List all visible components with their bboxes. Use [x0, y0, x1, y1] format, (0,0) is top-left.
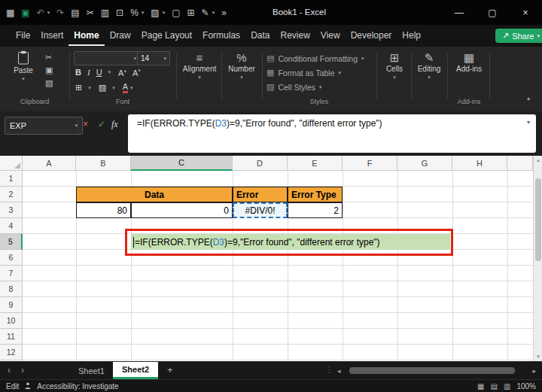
- number-button[interactable]: % Number ▾: [224, 52, 259, 81]
- tab-insert[interactable]: Insert: [35, 26, 69, 46]
- borders-chevron-icon[interactable]: ▾: [88, 85, 91, 91]
- merge-cells-icon[interactable]: ⊞: [187, 8, 195, 18]
- name-box[interactable]: EXP ▾: [5, 117, 83, 135]
- cut-icon[interactable]: ✂: [87, 8, 94, 18]
- tab-help[interactable]: Help: [397, 26, 426, 46]
- bold-button[interactable]: B: [75, 68, 81, 77]
- column-header-d[interactable]: D: [233, 156, 288, 171]
- page-layout-view-icon[interactable]: ▤: [491, 382, 498, 390]
- row-header-7[interactable]: 7: [0, 266, 23, 281]
- cell-b2-data-header[interactable]: Data: [76, 187, 233, 202]
- conditional-formatting-button[interactable]: ▤ Conditional Formatting ▾: [266, 53, 364, 63]
- share-button[interactable]: ↗ Share ▾: [495, 29, 542, 43]
- alignment-button[interactable]: ≡ Alignment ▾: [179, 52, 220, 81]
- column-header-g[interactable]: G: [397, 156, 452, 171]
- decrease-font-button[interactable]: A▾: [132, 68, 141, 77]
- enter-icon[interactable]: ✓: [98, 119, 105, 129]
- tab-formulas[interactable]: Formulas: [197, 26, 245, 46]
- horizontal-scrollbar[interactable]: ◂ ▸: [337, 366, 536, 376]
- new-document-icon[interactable]: ▢: [172, 8, 180, 18]
- expand-formula-bar-icon[interactable]: ▾: [527, 119, 530, 126]
- insert-function-icon[interactable]: fx: [111, 119, 118, 130]
- save-icon[interactable]: ▣: [21, 8, 29, 18]
- cell-b3[interactable]: 80: [76, 202, 131, 218]
- fill-color-chevron-icon[interactable]: ▾: [112, 85, 115, 91]
- percent-style-icon[interactable]: %: [130, 8, 139, 18]
- collapse-ribbon-icon[interactable]: ▴: [527, 95, 530, 102]
- sheet-tab-sheet2[interactable]: Sheet2: [113, 362, 158, 379]
- italic-button[interactable]: I: [87, 68, 90, 77]
- ribbon-options-icon[interactable]: ▦: [6, 8, 14, 18]
- column-header-a[interactable]: A: [23, 156, 76, 171]
- undo-chevron-icon[interactable]: ▾: [47, 10, 50, 16]
- cut-icon[interactable]: ✂: [45, 53, 53, 62]
- increase-font-button[interactable]: A▴: [118, 68, 126, 77]
- column-header-h[interactable]: H: [452, 156, 507, 171]
- row-header-9[interactable]: 9: [0, 297, 23, 313]
- column-header-b[interactable]: B: [76, 156, 131, 171]
- row-header-8[interactable]: 8: [0, 281, 23, 297]
- column-header-c[interactable]: C: [131, 156, 233, 171]
- font-size-combo[interactable]: 14 ▾: [137, 51, 170, 65]
- tab-page-layout[interactable]: Page Layout: [136, 26, 197, 46]
- draw-pen-icon[interactable]: ✎: [202, 8, 209, 18]
- tab-home[interactable]: Home: [69, 26, 104, 46]
- cell-e3[interactable]: 2: [288, 202, 343, 218]
- vertical-scrollbar[interactable]: ▴ ▾: [533, 156, 542, 361]
- cell-c3[interactable]: 0: [131, 202, 233, 218]
- tab-data[interactable]: Data: [245, 26, 275, 46]
- cancel-icon[interactable]: ×: [83, 119, 88, 129]
- underline-button[interactable]: U: [96, 68, 102, 77]
- undo-icon[interactable]: ↶: [37, 8, 44, 18]
- add-sheet-button[interactable]: +: [167, 364, 173, 375]
- copy-icon[interactable]: ▣: [45, 65, 53, 75]
- close-button[interactable]: ×: [509, 0, 542, 25]
- page-break-view-icon[interactable]: ▥: [504, 382, 510, 390]
- add-ins-button[interactable]: ▦ Add-ins: [452, 52, 486, 73]
- paste-button[interactable]: Paste ▾: [6, 50, 41, 82]
- sheet-tab-splitter[interactable]: ⋮: [325, 365, 333, 375]
- column-header-partial[interactable]: [507, 156, 533, 171]
- zoom-level[interactable]: 100%: [516, 382, 536, 390]
- row-header-6[interactable]: 6: [0, 250, 23, 266]
- cell-e2-error-type-header[interactable]: Error Type: [288, 187, 343, 202]
- row-header-11[interactable]: 11: [0, 329, 23, 345]
- cell-styles-button[interactable]: ▨ Cell Styles ▾: [266, 82, 322, 92]
- cell-d3-error-value[interactable]: #DIV/0!: [233, 202, 288, 218]
- fill-color-button[interactable]: ▨: [99, 83, 106, 93]
- column-header-e[interactable]: E: [288, 156, 343, 171]
- chart-icon[interactable]: ▥: [101, 8, 109, 18]
- row-header-1[interactable]: 1: [0, 171, 23, 187]
- tab-review[interactable]: Review: [275, 26, 315, 46]
- horizontal-scroll-thumb[interactable]: [349, 367, 515, 374]
- tab-draw[interactable]: Draw: [105, 26, 136, 46]
- editing-button[interactable]: ✎ Editing ▾: [414, 52, 444, 81]
- redo-icon[interactable]: ↷: [56, 8, 64, 18]
- scroll-down-icon[interactable]: ▾: [534, 352, 542, 361]
- format-painter-icon[interactable]: ▧: [45, 78, 53, 88]
- column-header-f[interactable]: F: [343, 156, 397, 171]
- scroll-right-icon[interactable]: ▸: [532, 367, 536, 375]
- row-header-10[interactable]: 10: [0, 313, 23, 329]
- normal-view-icon[interactable]: ▦: [477, 382, 484, 390]
- fill-chevron-icon[interactable]: ▾: [163, 10, 166, 16]
- tab-view[interactable]: View: [315, 26, 346, 46]
- font-color-button[interactable]: A: [123, 82, 128, 93]
- vertical-scroll-thumb[interactable]: [535, 178, 541, 261]
- next-sheet-icon[interactable]: ›: [21, 365, 24, 375]
- borders-button[interactable]: ⊞: [75, 83, 82, 93]
- scroll-left-icon[interactable]: ◂: [337, 367, 341, 375]
- row-header-12[interactable]: 12: [0, 345, 23, 360]
- select-all-corner[interactable]: [0, 156, 23, 171]
- accessibility-status[interactable]: Accessibility: Investigate: [37, 382, 118, 390]
- format-as-table-button[interactable]: ▦ Format as Table ▾: [266, 68, 341, 77]
- tab-file[interactable]: File: [11, 26, 35, 46]
- pen-chevron-icon[interactable]: ▾: [212, 10, 215, 16]
- cell-d2-error-header[interactable]: Error: [233, 187, 288, 202]
- minimize-button[interactable]: —: [443, 0, 476, 25]
- sheet-tab-sheet1[interactable]: Sheet1: [69, 362, 114, 379]
- shapes-icon[interactable]: ⊡: [116, 8, 123, 18]
- font-name-combo[interactable]: ▾: [74, 51, 140, 65]
- toolbar-overflow-icon[interactable]: »: [221, 8, 227, 18]
- scroll-up-icon[interactable]: ▴: [534, 156, 542, 165]
